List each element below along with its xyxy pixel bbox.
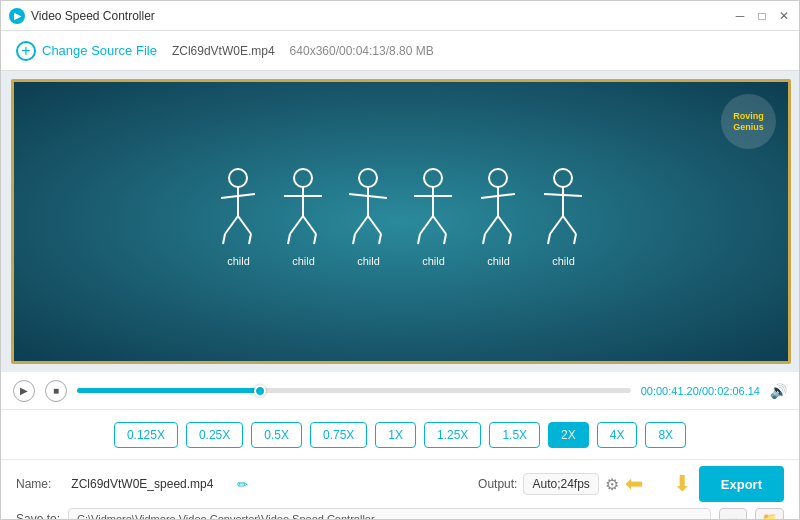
change-source-button[interactable]: + Change Source File	[16, 41, 157, 61]
stick-figure-1: child	[211, 166, 266, 267]
svg-line-3	[225, 216, 238, 234]
edit-icon[interactable]: ✏	[237, 477, 248, 492]
top-bar: + Change Source File ZCl69dVtW0E.mp4 640…	[1, 31, 799, 71]
figure-label-6: child	[552, 255, 575, 267]
stick-figure-6: child	[536, 166, 591, 267]
figure-svg-5	[471, 166, 526, 251]
speed-button-1X[interactable]: 1X	[375, 422, 416, 448]
svg-line-10	[290, 216, 303, 234]
volume-icon[interactable]: 🔊	[770, 383, 787, 399]
playback-bar: ▶ ■ 00:00:41.20/00:02:06.14 🔊	[1, 372, 799, 410]
figure-label-1: child	[227, 255, 250, 267]
speed-button-025X[interactable]: 0.25X	[186, 422, 243, 448]
progress-bar[interactable]	[77, 388, 631, 393]
minimize-button[interactable]: ─	[733, 9, 747, 23]
watermark: RovingGenius	[721, 94, 776, 149]
figure-label-3: child	[357, 255, 380, 267]
source-file-name: ZCl69dVtW0E.mp4	[172, 44, 275, 58]
figure-svg-3	[341, 166, 396, 251]
title-left: ▶ Video Speed Controller	[9, 8, 155, 24]
main-area: RovingGenius child	[1, 71, 799, 372]
save-to-path[interactable]: C:\Vidmore\Vidmore Video Converter\Video…	[68, 508, 711, 520]
progress-thumb[interactable]	[254, 385, 266, 397]
figure-label-2: child	[292, 255, 315, 267]
total-time: 00:02:06.14	[702, 385, 760, 397]
svg-line-26	[418, 234, 420, 244]
speed-button-15X[interactable]: 1.5X	[489, 422, 540, 448]
svg-line-18	[368, 216, 381, 234]
app-icon: ▶	[9, 8, 25, 24]
output-file-name: ZCl69dVtW0E_speed.mp4	[71, 477, 213, 491]
svg-line-20	[379, 234, 381, 244]
bottom-row2: Save to: C:\Vidmore\Vidmore Video Conver…	[16, 508, 784, 520]
bottom-bar: Name: ZCl69dVtW0E_speed.mp4 ✏ Output: Au…	[1, 460, 799, 520]
svg-line-12	[288, 234, 290, 244]
speed-button-4X[interactable]: 4X	[597, 422, 638, 448]
svg-line-6	[249, 234, 251, 244]
figure-label-4: child	[422, 255, 445, 267]
svg-line-31	[485, 216, 498, 234]
down-arrow-icon: ⬇	[673, 471, 691, 497]
svg-point-0	[229, 169, 247, 187]
svg-line-34	[509, 234, 511, 244]
time-display: 00:00:41.20/00:02:06.14	[641, 385, 760, 397]
window-controls: ─ □ ✕	[733, 9, 791, 23]
title-bar: ▶ Video Speed Controller ─ □ ✕	[1, 1, 799, 31]
svg-line-39	[563, 216, 576, 234]
speed-button-2X[interactable]: 2X	[548, 422, 589, 448]
stick-figure-5: child	[471, 166, 526, 267]
title-text: Video Speed Controller	[31, 9, 155, 23]
figure-svg-2	[276, 166, 331, 251]
svg-line-33	[483, 234, 485, 244]
figure-svg-6	[536, 166, 591, 251]
svg-point-21	[424, 169, 442, 187]
play-button[interactable]: ▶	[13, 380, 35, 402]
maximize-button[interactable]: □	[755, 9, 769, 23]
svg-line-37	[544, 194, 582, 196]
stick-figures-container: child child	[211, 166, 591, 277]
change-source-label: Change Source File	[42, 43, 157, 58]
svg-line-13	[314, 234, 316, 244]
progress-fill	[77, 388, 260, 393]
close-button[interactable]: ✕	[777, 9, 791, 23]
svg-point-14	[359, 169, 377, 187]
svg-point-35	[554, 169, 572, 187]
export-section: ⬇ Export	[673, 466, 784, 502]
open-folder-button[interactable]: 📁	[755, 508, 784, 520]
video-preview: RovingGenius child	[11, 79, 791, 364]
output-field: Output: Auto;24fps ⚙ ⬅	[478, 471, 643, 497]
stick-figure-3: child	[341, 166, 396, 267]
speed-button-8X[interactable]: 8X	[645, 422, 686, 448]
svg-line-25	[433, 216, 446, 234]
speed-button-05X[interactable]: 0.5X	[251, 422, 302, 448]
export-button[interactable]: Export	[699, 466, 784, 502]
browse-button[interactable]: ···	[719, 508, 747, 520]
svg-line-4	[238, 216, 251, 234]
svg-line-11	[303, 216, 316, 234]
svg-line-24	[420, 216, 433, 234]
svg-line-40	[548, 234, 550, 244]
svg-line-27	[444, 234, 446, 244]
svg-point-7	[294, 169, 312, 187]
current-time: 00:00:41.20	[641, 385, 699, 397]
add-circle-icon: +	[16, 41, 36, 61]
speed-button-0125X[interactable]: 0.125X	[114, 422, 178, 448]
stop-button[interactable]: ■	[45, 380, 67, 402]
svg-line-32	[498, 216, 511, 234]
output-value[interactable]: Auto;24fps	[523, 473, 598, 495]
file-info: 640x360/00:04:13/8.80 MB	[290, 44, 434, 58]
output-label: Output:	[478, 477, 517, 491]
figure-svg-4	[406, 166, 461, 251]
stick-figure-2: child	[276, 166, 331, 267]
svg-point-28	[489, 169, 507, 187]
name-label: Name:	[16, 477, 51, 491]
speed-button-125X[interactable]: 1.25X	[424, 422, 481, 448]
left-arrow-icon: ⬅	[625, 471, 643, 497]
settings-gear-icon[interactable]: ⚙	[605, 475, 619, 494]
speed-button-075X[interactable]: 0.75X	[310, 422, 367, 448]
svg-line-17	[355, 216, 368, 234]
speed-controls: 0.125X0.25X0.5X0.75X1X1.25X1.5X2X4X8X	[1, 410, 799, 460]
save-to-label: Save to:	[16, 512, 60, 520]
stick-figure-4: child	[406, 166, 461, 267]
svg-line-38	[550, 216, 563, 234]
